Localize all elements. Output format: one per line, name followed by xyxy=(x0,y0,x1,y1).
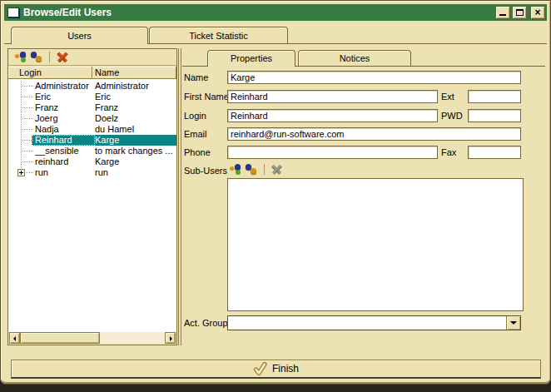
user-name-cell: run xyxy=(95,167,176,178)
login-label: Login xyxy=(184,111,206,121)
minimize-button[interactable] xyxy=(495,6,510,19)
login-field[interactable] xyxy=(227,109,438,122)
user-login-cell: Eric xyxy=(35,92,93,102)
user-name-cell: Karge xyxy=(95,135,176,146)
chevron-down-icon xyxy=(510,321,517,325)
dropdown-button[interactable] xyxy=(506,316,520,330)
table-row[interactable]: Nadja du Hamel xyxy=(8,124,176,135)
tree-connector xyxy=(22,151,33,151)
tree-connector xyxy=(22,129,33,130)
delete-user-icon[interactable] xyxy=(56,51,69,63)
sub-users-label: Sub-Users xyxy=(184,166,227,176)
toolbar-separator xyxy=(49,52,50,62)
user-name-cell: du Hamel xyxy=(95,124,176,135)
email-label: Email xyxy=(184,129,207,139)
ball xyxy=(230,166,234,171)
close-icon: × xyxy=(531,7,544,18)
table-row[interactable]: Administrator Administrator xyxy=(8,81,176,92)
tree-connector xyxy=(22,118,33,119)
phone-field[interactable] xyxy=(227,146,438,159)
fax-field[interactable] xyxy=(468,146,521,159)
scroll-left-button[interactable] xyxy=(9,332,20,344)
table-row-selected[interactable]: Reinhard Karge xyxy=(8,135,176,146)
user-name-cell: Franz xyxy=(95,102,176,113)
tree-connector xyxy=(22,161,33,162)
user-name-cell: Doelz xyxy=(95,113,176,124)
user-name-cell: Karge xyxy=(95,156,176,167)
tab-ticket-statistic[interactable]: Ticket Statistic xyxy=(149,27,288,43)
user-login-cell: __sensible xyxy=(35,146,93,156)
delete-sub-user-icon-disabled xyxy=(271,163,284,176)
table-row[interactable]: Joerg Doelz xyxy=(8,113,176,124)
table-row[interactable]: __sensible to mark changes ... xyxy=(8,146,176,156)
horizontal-scrollbar[interactable] xyxy=(9,332,176,344)
tree-connector xyxy=(22,107,33,108)
user-login-cell: Administrator xyxy=(35,81,93,92)
table-row[interactable]: Eric Eric xyxy=(8,92,176,102)
pwd-field[interactable] xyxy=(468,109,521,122)
fax-label: Fax xyxy=(441,147,456,157)
user-login-cell: run xyxy=(35,167,93,178)
tree-connector xyxy=(22,86,33,87)
user-name-cell: Eric xyxy=(95,92,176,102)
user-login-cell: Joerg xyxy=(35,113,93,124)
link-user-icon[interactable] xyxy=(30,51,43,63)
user-login-cell: Nadja xyxy=(35,124,93,135)
check-icon xyxy=(253,362,267,376)
panel-splitter[interactable] xyxy=(178,48,181,345)
act-group-label: Act. Group xyxy=(184,318,228,328)
ext-field[interactable] xyxy=(468,90,521,103)
table-row[interactable]: run run xyxy=(8,167,176,178)
minimize-icon xyxy=(499,14,506,16)
browse-edit-users-window: Browse/Edit Users × Users Ticket Statist… xyxy=(0,0,551,385)
tab-notices[interactable]: Notices xyxy=(298,50,411,66)
ball xyxy=(15,54,19,58)
table-row[interactable]: reinhard Karge xyxy=(8,156,176,167)
finish-button[interactable]: Finish xyxy=(11,360,541,379)
act-group-input[interactable] xyxy=(228,316,506,330)
close-button[interactable]: × xyxy=(530,6,545,19)
add-user-icon[interactable] xyxy=(14,51,27,63)
add-sub-user-icon[interactable] xyxy=(229,163,242,176)
user-name-cell: to mark changes ... xyxy=(95,146,176,156)
ext-label: Ext xyxy=(441,92,454,102)
column-header-login[interactable]: Login xyxy=(8,67,92,79)
user-login-cell: Franz xyxy=(35,102,93,113)
maximize-button[interactable] xyxy=(512,6,527,19)
user-tree[interactable]: Administrator Administrator Eric Eric Fr… xyxy=(8,79,176,332)
name-field[interactable] xyxy=(227,71,521,84)
act-group-combobox[interactable] xyxy=(227,315,521,330)
first-name-field[interactable] xyxy=(227,90,438,103)
finish-label: Finish xyxy=(272,363,299,375)
tree-connector xyxy=(26,172,33,173)
email-field[interactable] xyxy=(227,127,521,141)
title-bar[interactable]: Browse/Edit Users × xyxy=(4,4,547,21)
user-list-panel: Login Name Administrator Administrator E… xyxy=(7,48,177,345)
user-name-cell: Administrator xyxy=(95,81,176,92)
phone-label: Phone xyxy=(184,147,211,157)
window-controls: × xyxy=(495,6,545,19)
window-title: Browse/Edit Users xyxy=(23,7,495,18)
sub-users-toolbar xyxy=(229,163,284,176)
scrollbar-thumb[interactable] xyxy=(20,332,100,344)
first-name-label: First Name xyxy=(184,92,229,102)
window-icon xyxy=(7,7,19,17)
maximize-icon xyxy=(516,9,524,16)
pwd-label: PWD xyxy=(441,111,463,121)
link-sub-user-icon[interactable] xyxy=(245,163,258,176)
sub-users-listbox[interactable] xyxy=(227,178,524,311)
column-header-name[interactable]: Name xyxy=(92,67,176,79)
name-label: Name xyxy=(184,72,208,82)
list-header: Login Name xyxy=(8,67,176,79)
properties-panel: Properties Notices Name First Name Ext L… xyxy=(182,48,545,346)
tab-users[interactable]: Users xyxy=(11,27,148,44)
table-row[interactable]: Franz Franz xyxy=(8,102,176,113)
expander-plus-icon[interactable] xyxy=(17,169,25,176)
user-login-cell: reinhard xyxy=(35,156,93,167)
tab-properties[interactable]: Properties xyxy=(207,50,295,67)
user-login-cell: Reinhard xyxy=(35,135,93,146)
tree-connector xyxy=(22,97,33,97)
scroll-right-button[interactable] xyxy=(165,332,176,344)
toolbar-separator xyxy=(264,164,265,175)
user-list-toolbar xyxy=(8,49,176,66)
